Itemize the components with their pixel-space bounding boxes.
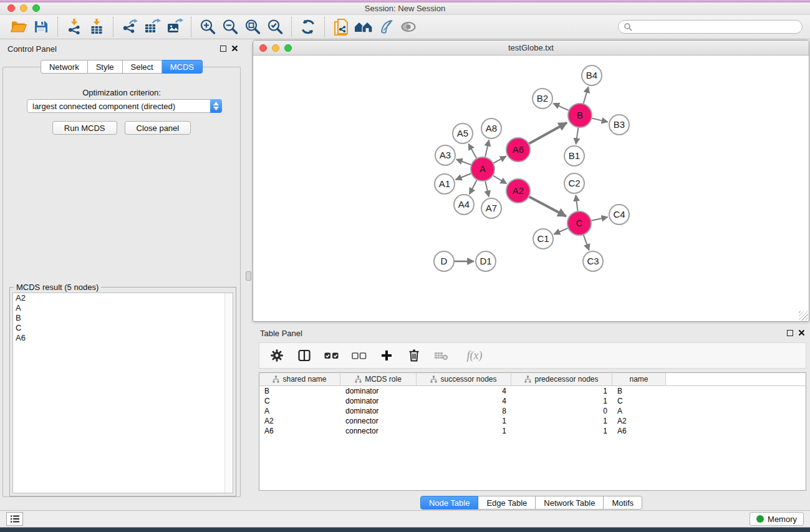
criterion-dropdown[interactable]: largest connected component (directed) xyxy=(27,99,222,113)
graph-node-d1[interactable]: D1 xyxy=(476,251,496,271)
minimize-window-button[interactable] xyxy=(20,4,27,12)
cell-successor-nodes[interactable]: 4 xyxy=(417,397,511,405)
network-from-selection-icon[interactable] xyxy=(330,16,352,38)
close-table-panel-icon[interactable] xyxy=(798,329,805,336)
cell-name[interactable]: C xyxy=(612,397,666,405)
edge-a-to-a7[interactable] xyxy=(485,181,489,197)
cell-successor-nodes[interactable]: 1 xyxy=(417,427,511,435)
zoom-in-icon[interactable] xyxy=(196,16,219,38)
cell-mcds-role[interactable]: dominator xyxy=(340,407,417,415)
edge-c-to-c3[interactable] xyxy=(584,235,589,250)
import-table-icon[interactable] xyxy=(85,16,108,38)
edge-c-to-c1[interactable] xyxy=(554,228,567,235)
tab-network-table[interactable]: Network Table xyxy=(536,496,604,510)
cell-successor-nodes[interactable]: 8 xyxy=(417,407,511,415)
edge-a6-to-b[interactable] xyxy=(529,123,567,144)
graph-node-a2[interactable]: A2 xyxy=(506,179,530,203)
close-panel-button[interactable]: Close panel xyxy=(125,121,191,135)
tab-style[interactable]: Style xyxy=(88,60,123,74)
cell-shared-name[interactable]: C xyxy=(259,397,340,405)
graph-node-a[interactable]: A xyxy=(471,157,494,181)
close-panel-icon[interactable] xyxy=(231,45,238,52)
hide-graphics-details-icon[interactable] xyxy=(397,16,420,38)
float-panel-icon[interactable] xyxy=(220,46,226,52)
select-all-columns-icon[interactable] xyxy=(323,347,340,364)
tab-edge-table[interactable]: Edge Table xyxy=(478,496,536,510)
table-row-a[interactable]: Adominator80A xyxy=(259,406,806,416)
cell-mcds-role[interactable]: dominator xyxy=(340,397,417,405)
edge-a-to-a5[interactable] xyxy=(468,144,476,158)
edge-a-to-a2[interactable] xyxy=(493,176,506,184)
graph-node-d[interactable]: D xyxy=(434,251,454,271)
graph-node-a1[interactable]: A1 xyxy=(435,174,455,194)
graph-node-b1[interactable]: B1 xyxy=(564,146,584,166)
task-history-button[interactable] xyxy=(6,512,23,526)
result-item-a6[interactable]: A6 xyxy=(13,333,233,343)
delete-table-icon[interactable] xyxy=(433,347,450,364)
edge-a-to-a4[interactable] xyxy=(470,180,477,195)
edge-a-to-a1[interactable] xyxy=(456,173,471,180)
cell-predecessor-nodes[interactable]: 1 xyxy=(511,417,612,425)
edge-b-to-b4[interactable] xyxy=(584,87,589,104)
network-close-button[interactable] xyxy=(259,44,267,52)
graph-node-c3[interactable]: C3 xyxy=(583,251,603,271)
tab-select[interactable]: Select xyxy=(123,60,162,74)
graph-node-a8[interactable]: A8 xyxy=(481,118,501,138)
zoom-out-icon[interactable] xyxy=(219,16,241,38)
cell-successor-nodes[interactable]: 1 xyxy=(417,417,511,425)
export-network-icon[interactable] xyxy=(118,16,141,38)
zoom-selected-icon[interactable] xyxy=(264,16,286,38)
cell-shared-name[interactable]: A6 xyxy=(259,427,340,435)
open-session-icon[interactable] xyxy=(7,16,30,38)
refresh-icon[interactable] xyxy=(297,16,319,38)
tab-motifs[interactable]: Motifs xyxy=(604,496,642,510)
tab-node-table[interactable]: Node Table xyxy=(420,496,479,510)
network-zoom-button[interactable] xyxy=(284,44,292,52)
float-table-panel-icon[interactable] xyxy=(787,330,793,336)
show-columns-icon[interactable] xyxy=(296,347,313,364)
graph-node-c1[interactable]: C1 xyxy=(533,229,553,249)
apply-function-icon[interactable]: f(x) xyxy=(460,347,489,364)
cell-mcds-role[interactable]: connector xyxy=(340,417,417,425)
cell-mcds-role[interactable]: dominator xyxy=(340,387,417,395)
cell-shared-name[interactable]: A xyxy=(259,407,340,415)
import-network-icon[interactable] xyxy=(63,16,85,38)
result-item-a2[interactable]: A2 xyxy=(13,293,233,303)
cell-successor-nodes[interactable]: 4 xyxy=(417,387,511,395)
edge-a-to-a6[interactable] xyxy=(494,157,506,163)
zoom-window-button[interactable] xyxy=(32,4,40,12)
graph-node-c[interactable]: C xyxy=(567,211,591,235)
deselect-all-columns-icon[interactable] xyxy=(350,347,368,364)
edge-c-to-c4[interactable] xyxy=(592,217,608,221)
cell-predecessor-nodes[interactable]: 1 xyxy=(511,427,612,435)
run-mcds-button[interactable]: Run MCDS xyxy=(52,121,117,135)
graph-node-b3[interactable]: B3 xyxy=(609,115,629,135)
edge-a-to-a3[interactable] xyxy=(456,160,471,165)
result-scrollbar[interactable] xyxy=(224,293,233,493)
graph-node-a4[interactable]: A4 xyxy=(454,195,474,215)
network-canvas[interactable]: B4B2BB3A8A5A6A3B1AA1C2A2A4A7C4CC1C3DD1 xyxy=(254,56,808,321)
cell-name[interactable]: B xyxy=(612,387,666,395)
first-neighbors-icon[interactable] xyxy=(352,16,375,38)
show-graphics-details-icon[interactable] xyxy=(375,16,397,38)
table-row-a6[interactable]: A6connector11A6 xyxy=(259,426,806,436)
graph-node-a3[interactable]: A3 xyxy=(435,145,455,165)
graph-node-a7[interactable]: A7 xyxy=(481,198,501,218)
cell-shared-name[interactable]: A2 xyxy=(259,417,340,425)
cell-mcds-role[interactable]: connector xyxy=(340,427,417,435)
result-item-a[interactable]: A xyxy=(13,303,233,313)
edge-c-to-c2[interactable] xyxy=(576,195,577,211)
cell-name[interactable]: A6 xyxy=(612,427,666,435)
column-header-predecessor-nodes[interactable]: predecessor nodes xyxy=(511,373,612,385)
edge-b-to-b3[interactable] xyxy=(592,118,608,122)
graph-node-b2[interactable]: B2 xyxy=(533,89,552,109)
delete-column-icon[interactable] xyxy=(405,347,423,364)
edge-a-to-a8[interactable] xyxy=(485,140,489,157)
memory-button[interactable]: Memory xyxy=(750,512,804,526)
add-column-icon[interactable] xyxy=(378,347,395,364)
column-header-shared-name[interactable]: shared name xyxy=(259,373,340,385)
cell-shared-name[interactable]: B xyxy=(259,387,340,395)
close-window-button[interactable] xyxy=(7,4,15,12)
export-table-icon[interactable] xyxy=(141,16,163,38)
graph-node-a6[interactable]: A6 xyxy=(506,138,530,162)
